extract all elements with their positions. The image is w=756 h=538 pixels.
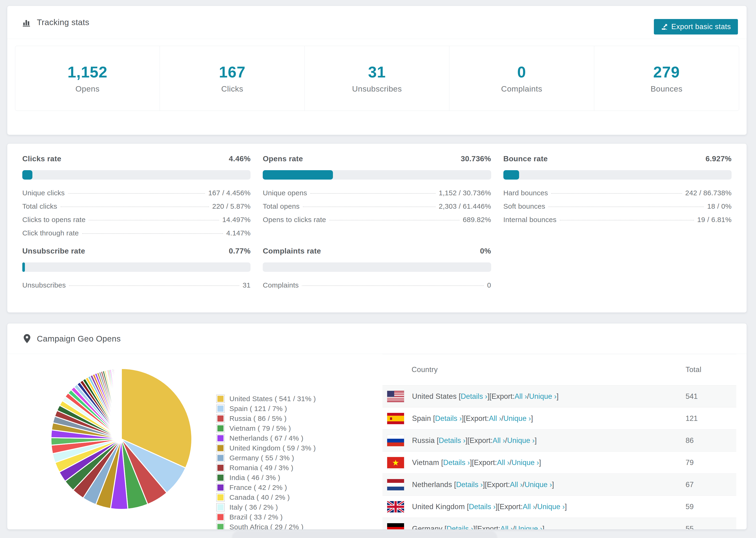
- bracket: [: [439, 458, 443, 467]
- total-value: 86: [685, 436, 736, 445]
- nl-flag-icon: [387, 479, 404, 490]
- rate-row-value: 18 / 0%: [707, 202, 731, 210]
- vn-star: ★: [392, 459, 399, 467]
- separator: /: [522, 480, 524, 489]
- country-name: Netherlands: [412, 480, 452, 489]
- bounce-rate-title: Bounce rate: [503, 154, 548, 163]
- details-link[interactable]: Details ›: [447, 525, 473, 530]
- stat-box-clicks: 167Clicks: [160, 46, 304, 111]
- dotted-leader: [302, 286, 484, 286]
- bracket: ]: [470, 458, 472, 467]
- details-link[interactable]: Details ›: [460, 392, 487, 401]
- complaints-rate-value: 0%: [480, 247, 491, 255]
- export-all-link[interactable]: All ›: [523, 503, 535, 511]
- export-all-link[interactable]: All ›: [500, 525, 513, 530]
- export-all-link[interactable]: All ›: [514, 392, 527, 401]
- country-cell: Germany [Details ›] [Export: All › / Uni…: [387, 523, 685, 530]
- bounce-rate-progress-track: [503, 170, 731, 180]
- rate-row-value: 31: [243, 281, 250, 289]
- separator: /: [535, 503, 537, 511]
- bracket: ]: [565, 503, 567, 511]
- legend-item-brazil: Brazil ( 33 / 2% ): [216, 512, 316, 522]
- bounce-rate-section: Bounce rate6.927%Hard bounces242 / 86.73…: [503, 154, 731, 242]
- rate-row-label: Total opens: [263, 202, 299, 210]
- complaints-rate-progress-track: [263, 262, 491, 272]
- unsubscribe-rate-section: Unsubscribe rate0.77%Unsubscribes31: [22, 247, 250, 295]
- bounce-rate-header: Bounce rate6.927%: [503, 154, 731, 163]
- export-unique-link[interactable]: Unique ›: [537, 503, 565, 511]
- legend-swatch-color: [217, 455, 224, 461]
- legend-swatch: [216, 523, 225, 529]
- unsubscribe-rate-rows: Unsubscribes31: [22, 281, 250, 295]
- export-all-link[interactable]: All ›: [510, 480, 522, 489]
- legend-item-south-africa: South Africa ( 29 / 2% ): [216, 522, 316, 529]
- bracket: ]: [483, 480, 485, 489]
- legend-swatch: [216, 395, 225, 403]
- export-unique-link[interactable]: Unique ›: [515, 525, 542, 530]
- country-cell: Netherlands [Details ›] [Export: All › /…: [387, 479, 685, 490]
- legend-item-india: India ( 46 / 3% ): [216, 473, 316, 483]
- separator: /: [527, 392, 529, 401]
- legend-swatch-color: [217, 484, 224, 491]
- rate-row-label: Unique clicks: [22, 189, 65, 197]
- stat-value: 0: [517, 63, 526, 81]
- legend-item-netherlands: Netherlands ( 67 / 4% ): [216, 433, 316, 443]
- details-link[interactable]: Details ›: [469, 503, 496, 511]
- rates-card: Clicks rate4.46%Unique clicks167 / 4.456…: [7, 143, 747, 313]
- header-divider: [7, 39, 747, 39]
- legend-swatch: [216, 424, 225, 433]
- legend-item-france: France ( 42 / 2% ): [216, 483, 316, 493]
- gb-flag-icon: [387, 501, 404, 512]
- bounce-rate-value: 6.927%: [706, 154, 731, 163]
- rate-row-value: 2,303 / 61.446%: [439, 202, 491, 210]
- rate-row-label: Opens to clicks rate: [263, 216, 326, 224]
- legend-swatch: [216, 473, 225, 482]
- legend-item-russia: Russia ( 86 / 5% ): [216, 413, 316, 423]
- export-basic-stats-button[interactable]: Export basic stats: [654, 19, 738, 34]
- stat-label: Bounces: [651, 84, 682, 93]
- export-all-link[interactable]: All ›: [489, 414, 501, 423]
- country-name: United Kingdom: [412, 503, 465, 511]
- rate-row-value: 689.82%: [463, 216, 491, 224]
- legend-swatch: [216, 463, 225, 472]
- export-unique-link[interactable]: Unique ›: [512, 458, 539, 467]
- legend-item-united-states: United States ( 541 / 31% ): [216, 394, 316, 404]
- legend-item-romania: Romania ( 49 / 3% ): [216, 463, 316, 473]
- stat-box-unsubscribes: 31Unsubscribes: [305, 46, 449, 111]
- stat-value: 167: [219, 63, 245, 81]
- geo-table-row-germany: Germany [Details ›] [Export: All › / Uni…: [382, 518, 736, 529]
- details-link[interactable]: Details ›: [456, 480, 483, 489]
- export-all-link[interactable]: All ›: [493, 436, 505, 445]
- details-link[interactable]: Details ›: [439, 436, 465, 445]
- legend-item-united-kingdom: United Kingdom ( 59 / 3% ): [216, 443, 316, 453]
- dotted-leader: [551, 193, 682, 194]
- legend-swatch: [216, 444, 225, 452]
- bracket: ]: [552, 480, 554, 489]
- bounce-rate-progress-fill: [503, 170, 519, 180]
- bar-chart-icon: [22, 17, 32, 27]
- rate-row: Clicks to opens rate14.497%: [22, 216, 250, 229]
- country-name: Vietnam: [412, 458, 439, 467]
- export-unique-link[interactable]: Unique ›: [529, 392, 557, 401]
- rate-row: Complaints0: [263, 281, 491, 295]
- export-unique-link[interactable]: Unique ›: [524, 480, 552, 489]
- unsubscribe-rate-progress-track: [22, 262, 250, 272]
- legend-label: Russia ( 86 / 5% ): [229, 414, 287, 422]
- details-link[interactable]: Details ›: [435, 414, 462, 423]
- details-link[interactable]: Details ›: [443, 458, 470, 467]
- total-value: 67: [685, 480, 736, 489]
- export-prefix: [Export:: [498, 503, 523, 511]
- legend-item-canada: Canada ( 40 / 2% ): [216, 493, 316, 502]
- export-all-link[interactable]: All ›: [497, 458, 510, 467]
- unsubscribe-rate-header: Unsubscribe rate0.77%: [22, 247, 250, 255]
- export-unique-link[interactable]: Unique ›: [503, 414, 531, 423]
- export-unique-link[interactable]: Unique ›: [507, 436, 535, 445]
- rate-row: Unsubscribes31: [22, 281, 250, 295]
- bracket: [: [465, 503, 469, 511]
- legend-swatch-color: [217, 415, 224, 422]
- bracket: ]: [557, 392, 559, 401]
- bracket: ]: [539, 458, 541, 467]
- total-value: 121: [685, 414, 736, 423]
- stat-label: Unsubscribes: [352, 84, 402, 93]
- rate-row: Total clicks220 / 5.87%: [22, 202, 250, 216]
